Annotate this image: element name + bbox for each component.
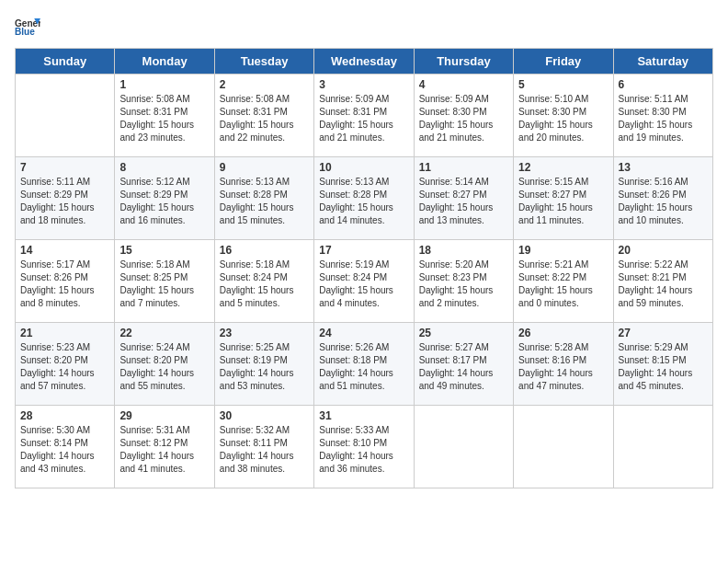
calendar-day-cell <box>613 406 712 488</box>
logo: General Blue <box>15 15 40 40</box>
calendar-day-cell: 12Sunrise: 5:15 AM Sunset: 8:27 PM Dayli… <box>514 157 613 240</box>
calendar-week-row: 28Sunrise: 5:30 AM Sunset: 8:14 PM Dayli… <box>16 406 713 488</box>
calendar-week-row: 7Sunrise: 5:11 AM Sunset: 8:29 PM Daylig… <box>16 157 713 240</box>
day-info: Sunrise: 5:28 AM Sunset: 8:16 PM Dayligh… <box>518 341 608 393</box>
weekday-header: Wednesday <box>314 49 414 75</box>
calendar-day-cell: 18Sunrise: 5:20 AM Sunset: 8:23 PM Dayli… <box>414 240 513 323</box>
calendar-day-cell <box>514 406 613 488</box>
calendar-day-cell: 13Sunrise: 5:16 AM Sunset: 8:26 PM Dayli… <box>613 157 712 240</box>
day-number: 5 <box>518 78 608 91</box>
day-info: Sunrise: 5:17 AM Sunset: 8:26 PM Dayligh… <box>20 259 109 310</box>
calendar-week-row: 14Sunrise: 5:17 AM Sunset: 8:26 PM Dayli… <box>16 240 713 323</box>
calendar-day-cell: 1Sunrise: 5:08 AM Sunset: 8:31 PM Daylig… <box>115 75 214 157</box>
calendar-day-cell: 8Sunrise: 5:12 AM Sunset: 8:29 PM Daylig… <box>115 157 214 240</box>
day-info: Sunrise: 5:14 AM Sunset: 8:27 PM Dayligh… <box>419 176 508 227</box>
day-number: 6 <box>619 78 708 91</box>
day-number: 7 <box>20 161 109 174</box>
calendar-day-cell: 27Sunrise: 5:29 AM Sunset: 8:15 PM Dayli… <box>613 323 712 406</box>
day-number: 19 <box>518 244 608 257</box>
day-number: 27 <box>619 327 708 339</box>
day-info: Sunrise: 5:27 AM Sunset: 8:17 PM Dayligh… <box>419 341 508 393</box>
calendar-day-cell: 29Sunrise: 5:31 AM Sunset: 8:12 PM Dayli… <box>115 406 214 488</box>
day-number: 31 <box>319 409 408 422</box>
day-info: Sunrise: 5:31 AM Sunset: 8:12 PM Dayligh… <box>119 424 209 476</box>
day-number: 22 <box>119 327 209 339</box>
calendar-header: SundayMondayTuesdayWednesdayThursdayFrid… <box>16 49 713 75</box>
calendar-day-cell: 20Sunrise: 5:22 AM Sunset: 8:21 PM Dayli… <box>613 240 712 323</box>
day-number: 26 <box>518 327 608 339</box>
calendar-day-cell: 31Sunrise: 5:33 AM Sunset: 8:10 PM Dayli… <box>314 406 414 488</box>
day-info: Sunrise: 5:25 AM Sunset: 8:19 PM Dayligh… <box>220 341 309 393</box>
day-info: Sunrise: 5:24 AM Sunset: 8:20 PM Dayligh… <box>119 341 209 393</box>
calendar-day-cell: 6Sunrise: 5:11 AM Sunset: 8:30 PM Daylig… <box>613 75 712 157</box>
day-info: Sunrise: 5:11 AM Sunset: 8:29 PM Dayligh… <box>20 176 109 227</box>
calendar-day-cell: 28Sunrise: 5:30 AM Sunset: 8:14 PM Dayli… <box>16 406 115 488</box>
calendar-day-cell: 30Sunrise: 5:32 AM Sunset: 8:11 PM Dayli… <box>214 406 313 488</box>
weekday-header: Sunday <box>16 49 115 75</box>
day-number: 1 <box>119 78 209 91</box>
calendar-day-cell: 4Sunrise: 5:09 AM Sunset: 8:30 PM Daylig… <box>414 75 513 157</box>
calendar-day-cell: 3Sunrise: 5:09 AM Sunset: 8:31 PM Daylig… <box>314 75 414 157</box>
day-number: 17 <box>319 244 408 257</box>
day-info: Sunrise: 5:09 AM Sunset: 8:31 PM Dayligh… <box>319 93 408 144</box>
weekday-header: Thursday <box>414 49 513 75</box>
calendar-week-row: 1Sunrise: 5:08 AM Sunset: 8:31 PM Daylig… <box>16 75 713 157</box>
day-info: Sunrise: 5:15 AM Sunset: 8:27 PM Dayligh… <box>518 176 608 227</box>
calendar-day-cell: 23Sunrise: 5:25 AM Sunset: 8:19 PM Dayli… <box>214 323 313 406</box>
calendar-day-cell: 11Sunrise: 5:14 AM Sunset: 8:27 PM Dayli… <box>414 157 513 240</box>
calendar-day-cell <box>414 406 513 488</box>
day-info: Sunrise: 5:08 AM Sunset: 8:31 PM Dayligh… <box>119 93 209 144</box>
day-number: 11 <box>419 161 508 174</box>
day-number: 18 <box>419 244 508 257</box>
day-info: Sunrise: 5:20 AM Sunset: 8:23 PM Dayligh… <box>419 259 508 310</box>
calendar-day-cell: 2Sunrise: 5:08 AM Sunset: 8:31 PM Daylig… <box>214 75 313 157</box>
day-number: 25 <box>419 327 508 339</box>
calendar-day-cell: 24Sunrise: 5:26 AM Sunset: 8:18 PM Dayli… <box>314 323 414 406</box>
day-info: Sunrise: 5:16 AM Sunset: 8:26 PM Dayligh… <box>619 176 708 227</box>
day-number: 2 <box>220 78 309 91</box>
day-info: Sunrise: 5:09 AM Sunset: 8:30 PM Dayligh… <box>419 93 508 144</box>
calendar-day-cell <box>16 75 115 157</box>
day-info: Sunrise: 5:30 AM Sunset: 8:14 PM Dayligh… <box>20 424 109 476</box>
day-number: 3 <box>319 78 408 91</box>
day-number: 4 <box>419 78 508 91</box>
day-info: Sunrise: 5:32 AM Sunset: 8:11 PM Dayligh… <box>220 424 309 476</box>
day-number: 29 <box>119 409 209 422</box>
calendar-day-cell: 14Sunrise: 5:17 AM Sunset: 8:26 PM Dayli… <box>16 240 115 323</box>
calendar-day-cell: 19Sunrise: 5:21 AM Sunset: 8:22 PM Dayli… <box>514 240 613 323</box>
calendar-week-row: 21Sunrise: 5:23 AM Sunset: 8:20 PM Dayli… <box>16 323 713 406</box>
day-info: Sunrise: 5:23 AM Sunset: 8:20 PM Dayligh… <box>20 341 109 393</box>
weekday-header: Friday <box>514 49 613 75</box>
day-number: 28 <box>20 409 109 422</box>
day-info: Sunrise: 5:26 AM Sunset: 8:18 PM Dayligh… <box>319 341 408 393</box>
day-number: 24 <box>319 327 408 339</box>
calendar-day-cell: 26Sunrise: 5:28 AM Sunset: 8:16 PM Dayli… <box>514 323 613 406</box>
calendar-day-cell: 7Sunrise: 5:11 AM Sunset: 8:29 PM Daylig… <box>16 157 115 240</box>
day-number: 16 <box>220 244 309 257</box>
day-number: 20 <box>619 244 708 257</box>
day-info: Sunrise: 5:18 AM Sunset: 8:24 PM Dayligh… <box>220 259 309 310</box>
day-number: 9 <box>220 161 309 174</box>
calendar-table: SundayMondayTuesdayWednesdayThursdayFrid… <box>15 48 713 488</box>
calendar-day-cell: 25Sunrise: 5:27 AM Sunset: 8:17 PM Dayli… <box>414 323 513 406</box>
day-info: Sunrise: 5:33 AM Sunset: 8:10 PM Dayligh… <box>319 424 408 476</box>
calendar-day-cell: 15Sunrise: 5:18 AM Sunset: 8:25 PM Dayli… <box>115 240 214 323</box>
day-info: Sunrise: 5:10 AM Sunset: 8:30 PM Dayligh… <box>518 93 608 144</box>
day-info: Sunrise: 5:08 AM Sunset: 8:31 PM Dayligh… <box>220 93 309 144</box>
day-number: 14 <box>20 244 109 257</box>
header: General Blue <box>15 15 713 40</box>
day-number: 12 <box>518 161 608 174</box>
day-info: Sunrise: 5:13 AM Sunset: 8:28 PM Dayligh… <box>220 176 309 227</box>
svg-text:Blue: Blue <box>15 27 35 37</box>
day-info: Sunrise: 5:13 AM Sunset: 8:28 PM Dayligh… <box>319 176 408 227</box>
weekday-header: Monday <box>115 49 214 75</box>
day-number: 15 <box>119 244 209 257</box>
calendar-day-cell: 17Sunrise: 5:19 AM Sunset: 8:24 PM Dayli… <box>314 240 414 323</box>
calendar-day-cell: 10Sunrise: 5:13 AM Sunset: 8:28 PM Dayli… <box>314 157 414 240</box>
calendar-day-cell: 22Sunrise: 5:24 AM Sunset: 8:20 PM Dayli… <box>115 323 214 406</box>
weekday-header: Tuesday <box>214 49 313 75</box>
calendar-day-cell: 9Sunrise: 5:13 AM Sunset: 8:28 PM Daylig… <box>214 157 313 240</box>
day-number: 30 <box>220 409 309 422</box>
day-info: Sunrise: 5:21 AM Sunset: 8:22 PM Dayligh… <box>518 259 608 310</box>
calendar-day-cell: 5Sunrise: 5:10 AM Sunset: 8:30 PM Daylig… <box>514 75 613 157</box>
